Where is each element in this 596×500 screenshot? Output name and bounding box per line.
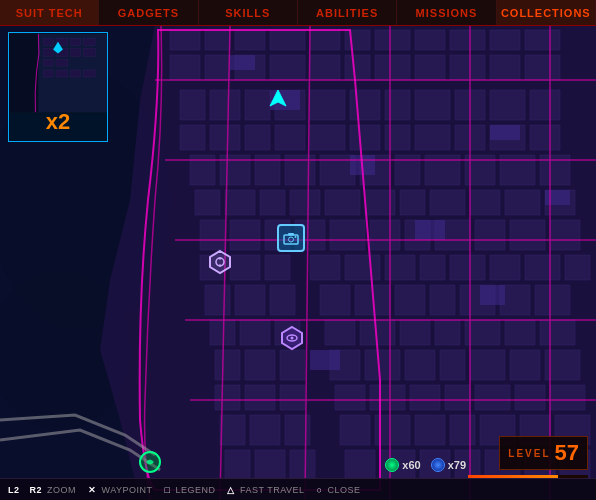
nav-abilities[interactable]: ABILITIES [298,0,397,25]
svg-rect-186 [43,70,53,77]
svg-rect-144 [290,450,315,480]
nav-arrow-icon [268,88,288,114]
svg-rect-59 [195,190,220,215]
counter-blue: x79 [431,458,466,472]
svg-rect-41 [310,125,345,150]
svg-rect-107 [400,320,430,345]
svg-rect-154 [415,220,445,240]
svg-rect-42 [350,125,380,150]
triangle-key: △ [227,485,235,495]
nav-missions[interactable]: MISSIONS [397,0,496,25]
svg-rect-110 [505,320,535,345]
nav-suit-tech[interactable]: SUIT TECH [0,0,99,25]
circle-key: ○ [317,485,323,495]
svg-rect-16 [205,55,230,80]
svg-rect-10 [375,30,410,50]
level-display: LEVEL 57 [499,436,588,470]
svg-rect-13 [490,30,520,50]
svg-rect-38 [210,125,240,150]
svg-rect-37 [180,125,205,150]
green-counter-icon [385,458,399,472]
blue-counter-icon [431,458,445,472]
svg-rect-80 [550,220,580,250]
svg-rect-39 [245,125,270,150]
svg-rect-138 [450,415,475,445]
svg-rect-97 [395,285,425,315]
svg-rect-4 [170,30,200,50]
svg-rect-22 [415,55,445,80]
r2-key: R2 [30,485,43,495]
svg-rect-66 [430,190,465,215]
svg-rect-31 [350,90,380,120]
nav-skills[interactable]: SKILLS [199,0,298,25]
svg-rect-78 [475,220,505,250]
svg-rect-88 [450,255,485,280]
svg-rect-19 [310,55,340,80]
svg-rect-12 [450,30,485,50]
svg-rect-158 [490,125,520,140]
svg-rect-105 [325,320,355,345]
bottom-bar: L2 R2 ZOOM ✕ WAYPOINT □ LEGEND △ FAST TR… [0,478,596,500]
svg-rect-113 [245,350,275,380]
svg-rect-28 [245,90,270,120]
control-close: ○ CLOSE [317,485,361,495]
svg-marker-160 [270,90,286,106]
svg-rect-61 [260,190,285,215]
svg-rect-108 [435,320,460,345]
svg-rect-84 [310,255,340,280]
svg-rect-174 [9,34,38,112]
close-label: CLOSE [327,485,360,495]
svg-rect-27 [210,90,240,120]
svg-rect-187 [56,70,68,77]
level-value: 57 [555,440,579,466]
svg-rect-33 [415,90,450,120]
svg-rect-35 [490,90,525,120]
minimap-panel: x2 [8,32,108,142]
svg-rect-184 [43,59,53,66]
control-l2: L2 R2 ZOOM [8,485,76,495]
l2-key: L2 [8,485,20,495]
svg-rect-124 [280,385,305,410]
svg-rect-189 [83,70,95,77]
svg-point-164 [295,236,297,238]
svg-rect-89 [490,255,520,280]
svg-rect-71 [230,220,260,250]
blue-counter-value: x79 [448,459,466,471]
control-legend: □ LEGEND [165,485,216,495]
svg-rect-119 [470,350,505,380]
waypoint-label: WAYPOINT [102,485,153,495]
svg-rect-117 [405,350,435,380]
svg-rect-36 [530,90,560,120]
svg-rect-132 [220,415,245,445]
svg-rect-74 [330,220,365,250]
svg-rect-155 [480,285,505,305]
svg-rect-128 [445,385,470,410]
control-waypoint: ✕ WAYPOINT [88,485,153,495]
square-key: □ [165,485,171,495]
svg-rect-183 [83,49,95,57]
nav-gadgets[interactable]: GADGETS [99,0,198,25]
svg-rect-8 [310,30,340,50]
svg-rect-127 [410,385,440,410]
svg-rect-111 [540,320,575,345]
svg-rect-185 [56,59,68,66]
green-counter-value: x60 [402,459,420,471]
svg-rect-62 [290,190,320,215]
svg-rect-118 [440,350,465,380]
svg-rect-102 [210,320,235,345]
svg-rect-98 [430,285,455,315]
svg-rect-82 [230,255,260,280]
svg-rect-6 [235,30,265,50]
svg-rect-18 [270,55,305,80]
multiplier-label: x2 [46,109,70,135]
svg-rect-24 [490,55,520,80]
svg-rect-131 [550,385,585,410]
svg-rect-137 [415,415,445,445]
svg-rect-101 [535,285,570,315]
svg-rect-32 [385,90,410,120]
minimap-inner [9,33,107,113]
svg-rect-11 [415,30,445,50]
svg-rect-68 [505,190,540,215]
svg-rect-120 [510,350,540,380]
nav-collections[interactable]: COLLECTIONS [497,0,596,25]
